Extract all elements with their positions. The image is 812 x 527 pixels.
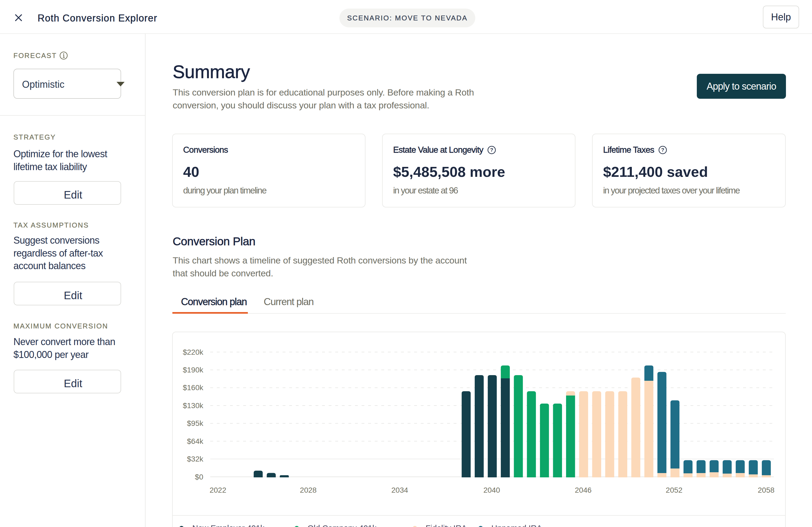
svg-text:$130k: $130k — [183, 402, 204, 410]
svg-text:?: ? — [661, 147, 664, 153]
svg-text:$160k: $160k — [183, 383, 204, 392]
svg-text:2040: 2040 — [483, 486, 500, 494]
svg-text:$95k: $95k — [187, 419, 204, 427]
svg-text:2028: 2028 — [300, 486, 317, 494]
svg-text:2022: 2022 — [209, 486, 226, 494]
svg-text:2034: 2034 — [392, 486, 408, 494]
svg-text:Unnamed IRA: Unnamed IRA — [491, 524, 542, 527]
svg-text:2058: 2058 — [758, 486, 774, 494]
svg-text:Old Company 401k: Old Company 401k — [307, 524, 377, 527]
svg-text:$190k: $190k — [183, 366, 204, 374]
svg-text:$220k: $220k — [183, 348, 204, 356]
svg-text:New Employer 401k: New Employer 401k — [192, 524, 264, 527]
svg-text:$0: $0 — [195, 473, 203, 481]
svg-text:2052: 2052 — [666, 486, 682, 494]
svg-text:Fidelity IRA: Fidelity IRA — [425, 524, 467, 527]
svg-text:?: ? — [490, 147, 493, 153]
svg-text:$64k: $64k — [187, 437, 204, 446]
svg-text:$32k: $32k — [187, 455, 204, 463]
svg-text:2046: 2046 — [575, 486, 592, 494]
